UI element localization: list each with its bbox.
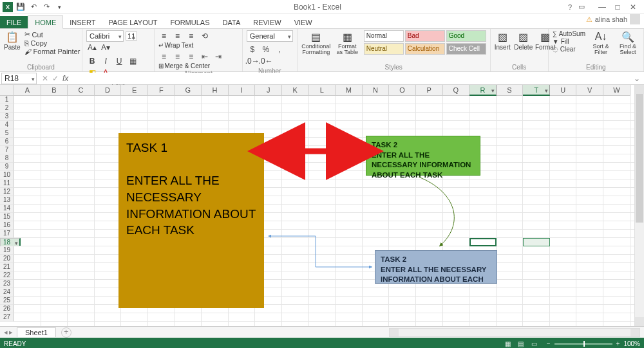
- user-name[interactable]: alina shah: [595, 15, 627, 23]
- sort-filter-button[interactable]: A↓Sort & Filter: [589, 30, 612, 56]
- col-head-C[interactable]: C: [68, 85, 95, 96]
- enter-formula-icon[interactable]: ✓: [52, 74, 59, 83]
- delete-cells-button[interactable]: ▨Delete: [515, 30, 533, 51]
- col-head-N[interactable]: N: [363, 85, 390, 96]
- ribbon-options-icon[interactable]: ▭: [578, 3, 585, 11]
- number-format-select[interactable]: General: [247, 30, 293, 42]
- shape-task2-green[interactable]: TASK 2 ENTER ALL THE NECESSARY INFORMATI…: [366, 136, 480, 176]
- row-head-16[interactable]: 16: [0, 221, 14, 230]
- tab-insert[interactable]: INSERT: [63, 16, 102, 28]
- expand-formula-bar-icon[interactable]: ⌄: [630, 74, 644, 83]
- page-break-view-icon[interactable]: ▭: [529, 340, 540, 347]
- style-good[interactable]: Good: [446, 30, 486, 42]
- cancel-formula-icon[interactable]: ✕: [42, 74, 48, 83]
- tab-view[interactable]: VIEW: [288, 16, 319, 28]
- zoom-slider[interactable]: [554, 343, 612, 345]
- cell-styles-gallery[interactable]: Normal Bad Good Neutral Calculation Chec…: [364, 30, 486, 55]
- col-head-O[interactable]: O: [389, 85, 416, 96]
- shape-task1[interactable]: TASK 1 ENTER ALL THE NECESSARY INFORMATI…: [118, 133, 264, 308]
- col-head-J[interactable]: J: [255, 85, 282, 96]
- select-all-corner[interactable]: [0, 85, 14, 96]
- col-head-A[interactable]: A: [14, 85, 41, 96]
- row-head-21[interactable]: 21: [0, 263, 14, 271]
- sheet-tab[interactable]: Sheet1: [17, 327, 56, 337]
- col-head-L[interactable]: L: [309, 85, 336, 96]
- style-normal[interactable]: Normal: [364, 30, 404, 42]
- sheet-nav-prev-icon[interactable]: ◂: [4, 328, 8, 336]
- row-head-2[interactable]: 2: [0, 104, 14, 113]
- normal-view-icon[interactable]: ▦: [502, 340, 513, 347]
- row-head-10[interactable]: 10: [0, 171, 14, 179]
- percent-icon[interactable]: %: [260, 44, 272, 55]
- col-head-T[interactable]: T: [523, 85, 550, 96]
- col-head-F[interactable]: F: [148, 85, 175, 96]
- conditional-formatting-button[interactable]: ▤Conditional Formatting: [301, 30, 331, 56]
- row-head-26[interactable]: 26: [0, 305, 14, 313]
- row-head-9[interactable]: 9: [0, 163, 14, 171]
- col-head-I[interactable]: I: [229, 85, 256, 96]
- wrap-text-button[interactable]: ↵Wrap Text: [158, 42, 211, 49]
- row-head-15[interactable]: 15: [0, 213, 14, 221]
- format-painter-button[interactable]: 🖌Format Painter: [24, 48, 80, 55]
- row-head-1[interactable]: 1: [0, 96, 14, 104]
- avatar[interactable]: [630, 14, 640, 24]
- font-size-select[interactable]: 11: [126, 32, 137, 41]
- zoom-out-icon[interactable]: −: [547, 340, 551, 347]
- align-center-icon[interactable]: ≡: [172, 51, 184, 62]
- row-head-14[interactable]: 14: [0, 205, 14, 213]
- row-head-5[interactable]: 5: [0, 129, 14, 138]
- decrease-font-icon[interactable]: A▾: [100, 42, 111, 53]
- fill-button[interactable]: ▼Fill: [553, 38, 585, 45]
- style-neutral[interactable]: Neutral: [364, 43, 404, 55]
- underline-button[interactable]: U: [113, 55, 125, 67]
- zoom-in-icon[interactable]: +: [616, 340, 620, 347]
- align-bottom-icon[interactable]: ≡: [185, 30, 197, 42]
- tab-formulas[interactable]: FORMULAS: [164, 16, 216, 28]
- bold-button[interactable]: B: [86, 55, 98, 67]
- shape-task2-blue[interactable]: TASK 2 ENTER ALL THE NECESSARY INFORMATI…: [375, 250, 497, 284]
- col-head-U[interactable]: U: [550, 85, 577, 96]
- col-head-E[interactable]: E: [121, 85, 148, 96]
- undo-icon[interactable]: ↶: [28, 2, 39, 12]
- tab-data[interactable]: DATA: [216, 16, 247, 28]
- row-head-17[interactable]: 17: [0, 230, 14, 238]
- insert-cells-button[interactable]: ▧Insert: [495, 30, 511, 51]
- col-head-D[interactable]: D: [95, 85, 122, 96]
- col-head-G[interactable]: G: [175, 85, 202, 96]
- italic-button[interactable]: I: [100, 55, 111, 67]
- col-head-H[interactable]: H: [202, 85, 229, 96]
- add-sheet-button[interactable]: +: [61, 327, 71, 338]
- row-head-11[interactable]: 11: [0, 179, 14, 188]
- tab-home[interactable]: HOME: [28, 15, 63, 29]
- row-head-27[interactable]: 27: [0, 313, 14, 322]
- row-head-19[interactable]: 19: [0, 246, 14, 255]
- cut-button[interactable]: ✂Cut: [24, 30, 80, 39]
- col-head-R[interactable]: R: [469, 85, 497, 96]
- row-head-20[interactable]: 20: [0, 255, 14, 263]
- row-head-22[interactable]: 22: [0, 271, 14, 280]
- clear-button[interactable]: ◌Clear: [553, 46, 585, 53]
- row-head-12[interactable]: 12: [0, 188, 14, 196]
- font-name-select[interactable]: Calibri: [86, 30, 124, 42]
- currency-icon[interactable]: $: [247, 44, 258, 55]
- increase-indent-icon[interactable]: ⇥: [213, 51, 224, 62]
- orientation-icon[interactable]: ⟲: [199, 30, 211, 42]
- border-button[interactable]: ▦: [127, 55, 138, 67]
- page-layout-view-icon[interactable]: ▤: [515, 340, 527, 347]
- row-head-25[interactable]: 25: [0, 297, 14, 305]
- format-as-table-button[interactable]: ▦Format as Table: [335, 30, 360, 56]
- decrease-indent-icon[interactable]: ⇤: [199, 51, 211, 62]
- copy-button[interactable]: ⎘Copy: [24, 39, 80, 47]
- row-head-7[interactable]: 7: [0, 146, 14, 154]
- align-left-icon[interactable]: ≡: [158, 51, 170, 62]
- col-head-B[interactable]: B: [41, 85, 68, 96]
- row-head-4[interactable]: 4: [0, 121, 14, 129]
- minimize-button[interactable]: —: [595, 3, 609, 12]
- align-middle-icon[interactable]: ≡: [172, 30, 184, 42]
- spreadsheet-grid[interactable]: ABCDEFGHIJKLMNOPQRSTUVW 1234567891011121…: [0, 85, 644, 326]
- tab-page-layout[interactable]: PAGE LAYOUT: [102, 16, 164, 28]
- style-bad[interactable]: Bad: [405, 30, 445, 42]
- redo-icon[interactable]: ↷: [41, 2, 52, 12]
- increase-decimal-icon[interactable]: .0→: [247, 55, 258, 67]
- row-head-3[interactable]: 3: [0, 113, 14, 121]
